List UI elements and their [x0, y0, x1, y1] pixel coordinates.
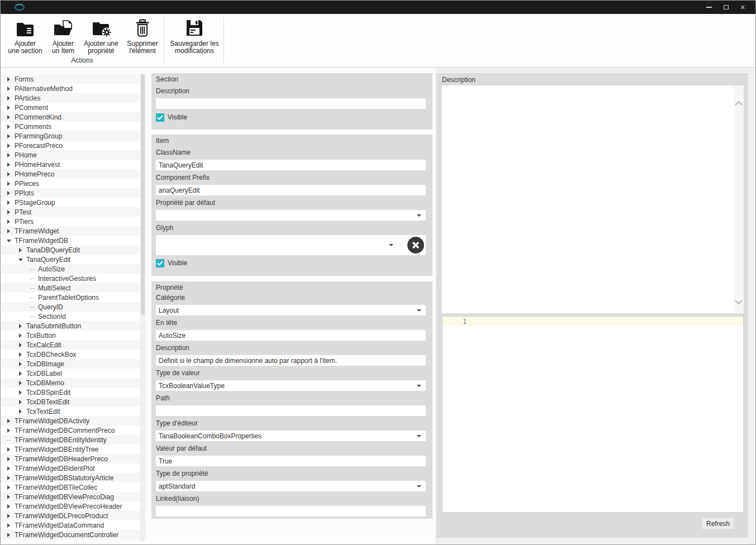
tree-collapsed-arrow-icon[interactable]	[6, 484, 13, 491]
default-property-dropdown[interactable]	[156, 210, 426, 221]
tree-collapsed-arrow-icon[interactable]	[6, 446, 13, 453]
default-value-input[interactable]	[156, 456, 426, 466]
tree-item-TFrameWidgetDBViewPrecoDiag[interactable]: TFrameWidgetDBViewPrecoDiag	[1, 492, 140, 501]
property-type-dropdown[interactable]: aptStandard	[156, 481, 426, 491]
tree-item-TcxButton[interactable]: TcxButton	[1, 331, 140, 340]
tree-item-TcxDBCheckBox[interactable]: TcxDBCheckBox	[1, 350, 140, 359]
tree-collapsed-arrow-icon[interactable]	[18, 247, 25, 254]
tree-item-PHomeHarvest[interactable]: PHomeHarvest	[1, 160, 140, 169]
save-changes-button[interactable]: Sauvegarder les modifications	[167, 16, 222, 55]
tree-item-TcxDBLabel[interactable]: TcxDBLabel	[1, 369, 140, 378]
tree-collapsed-arrow-icon[interactable]	[6, 104, 13, 111]
tree-item-PComments[interactable]: PComments	[1, 122, 140, 131]
code-editor[interactable]: 1	[442, 316, 744, 513]
tree-item-TFrameWidgetDBTileCollec[interactable]: TFrameWidgetDBTileCollec	[1, 482, 140, 492]
tree-expanded-arrow-icon[interactable]	[18, 256, 25, 263]
section-visible-checkbox[interactable]: Visible	[156, 113, 187, 122]
classname-input[interactable]	[156, 160, 426, 170]
tree-expanded-arrow-icon[interactable]	[6, 237, 13, 244]
tree-collapsed-arrow-icon[interactable]	[18, 361, 25, 367]
add-section-button[interactable]: Ajouter une section	[4, 16, 46, 55]
tree-item-TFrameWidgetDB[interactable]: TFrameWidgetDB	[1, 236, 140, 245]
item-visible-checkbox[interactable]: Visible	[156, 259, 187, 267]
tree-collapsed-arrow-icon[interactable]	[18, 380, 25, 386]
component-prefix-input[interactable]	[156, 185, 426, 195]
tree-collapsed-arrow-icon[interactable]	[6, 133, 13, 140]
tree-collapsed-arrow-icon[interactable]	[6, 475, 13, 481]
textarea-scrollbar[interactable]	[734, 85, 744, 313]
tree-collapsed-arrow-icon[interactable]	[6, 95, 13, 102]
tree-item-PCommentKind[interactable]: PCommentKind	[1, 112, 140, 122]
tree-item-TFrameWidgetDBEntityTree[interactable]: TFrameWidgetDBEntityTree	[1, 444, 140, 454]
tree-item-Forms[interactable]: Forms	[1, 74, 140, 84]
tree-item-PForecastPreco[interactable]: PForecastPreco	[1, 141, 140, 150]
tree-item-TanaDBQueryEdit[interactable]: TanaDBQueryEdit	[1, 245, 140, 255]
editor-type-dropdown[interactable]: TanaBooleanComboBoxProperties	[156, 431, 426, 441]
add-item-button[interactable]: Ajouter un Item	[47, 16, 79, 55]
tree-item-TFrameWidgetDBHeaderPreco[interactable]: TFrameWidgetDBHeaderPreco	[1, 454, 140, 463]
tree-item-PTiers[interactable]: PTiers	[1, 217, 140, 226]
category-dropdown[interactable]: Layout	[156, 305, 426, 315]
tree-item-ParentTabletOptions[interactable]: ParentTabletOptions	[1, 293, 140, 302]
refresh-button[interactable]: Refresh	[702, 518, 734, 529]
maximize-button[interactable]	[717, 1, 734, 14]
clear-glyph-button[interactable]	[407, 237, 424, 254]
tree-collapsed-arrow-icon[interactable]	[6, 218, 13, 225]
tree-collapsed-arrow-icon[interactable]	[6, 418, 13, 424]
tree-collapsed-arrow-icon[interactable]	[6, 152, 13, 159]
tree-collapsed-arrow-icon[interactable]	[18, 389, 25, 396]
tree-scrollbar[interactable]	[140, 74, 145, 541]
tree-item-TcxTextEdit[interactable]: TcxTextEdit	[1, 407, 140, 416]
right-description-textarea[interactable]	[442, 85, 744, 313]
value-type-dropdown[interactable]: TcxBooleanValueType	[156, 380, 426, 391]
tree-collapsed-arrow-icon[interactable]	[6, 427, 13, 434]
tree-item-TFrameWidgetDBIdentPlot[interactable]: TFrameWidgetDBIdentPlot	[1, 463, 140, 473]
tree-item-TFrameWidgetDBEntityIdentity[interactable]: TFrameWidgetDBEntityIdentity	[1, 435, 140, 444]
tree-collapsed-arrow-icon[interactable]	[6, 465, 13, 472]
tree-item-TcxDBMemo[interactable]: TcxDBMemo	[1, 378, 140, 388]
tree-collapsed-arrow-icon[interactable]	[18, 342, 25, 348]
tree-item-TFrameWidgetDBStatutoryArticle[interactable]: TFrameWidgetDBStatutoryArticle	[1, 473, 140, 482]
tree-item-TanaSubmitButton[interactable]: TanaSubmitButton	[1, 321, 140, 331]
tree-item-PTest[interactable]: PTest	[1, 207, 140, 217]
tree-item-TFrameWidgetDBCommentPreco[interactable]: TFrameWidgetDBCommentPreco	[1, 426, 140, 435]
tree-item-TcxDBSpinEdit[interactable]: TcxDBSpinEdit	[1, 388, 140, 397]
tree-collapsed-arrow-icon[interactable]	[6, 199, 13, 206]
tree-item-TFrameWidgetDBActivity[interactable]: TFrameWidgetDBActivity	[1, 416, 140, 426]
tree-collapsed-arrow-icon[interactable]	[6, 123, 13, 130]
header-input[interactable]	[156, 330, 426, 341]
tree-item-PComment[interactable]: PComment	[1, 103, 140, 112]
tree-collapsed-arrow-icon[interactable]	[6, 513, 13, 519]
tree-collapsed-arrow-icon[interactable]	[18, 332, 25, 339]
tree-item-AutoSize[interactable]: AutoSize	[1, 264, 140, 274]
tree-collapsed-arrow-icon[interactable]	[6, 142, 13, 149]
tree-scrollbar-thumb[interactable]	[141, 74, 145, 314]
tree-item-TanaQueryEdit[interactable]: TanaQueryEdit	[1, 255, 140, 264]
tree-item-TcxCalcEdit[interactable]: TcxCalcEdit	[1, 340, 140, 350]
tree-item-InteractiveGestures[interactable]: InteractiveGestures	[1, 274, 140, 283]
tree-collapsed-arrow-icon[interactable]	[18, 408, 25, 415]
linked-input[interactable]	[156, 506, 426, 517]
tree-item-PFarmingGroup[interactable]: PFarmingGroup	[1, 131, 140, 141]
path-input[interactable]	[156, 405, 426, 416]
tree-collapsed-arrow-icon[interactable]	[6, 85, 13, 92]
tree-item-PStageGroup[interactable]: PStageGroup	[1, 198, 140, 207]
tree-collapsed-arrow-icon[interactable]	[18, 370, 25, 377]
description-input[interactable]	[156, 355, 426, 366]
tree-item-SectionId[interactable]: SectionId	[1, 312, 140, 321]
tree-collapsed-arrow-icon[interactable]	[6, 532, 13, 538]
scroll-down-icon[interactable]	[735, 297, 743, 307]
tree-item-PHome[interactable]: PHome	[1, 150, 140, 160]
close-button[interactable]: ✕	[734, 1, 751, 14]
tree-collapsed-arrow-icon[interactable]	[18, 351, 25, 358]
minimize-button[interactable]	[701, 1, 717, 14]
tree-collapsed-arrow-icon[interactable]	[6, 522, 13, 529]
add-property-button[interactable]: Ajouter une propriété	[80, 16, 122, 55]
tree-item-TFrameWidgetDLPrecoProduct[interactable]: TFrameWidgetDLPrecoProduct	[1, 511, 140, 520]
tree-item-PPieces[interactable]: PPieces	[1, 179, 140, 188]
scroll-up-icon[interactable]	[735, 98, 743, 108]
tree-collapsed-arrow-icon[interactable]	[6, 114, 13, 121]
tree-item-TcxDBImage[interactable]: TcxDBImage	[1, 359, 140, 369]
tree-collapsed-arrow-icon[interactable]	[6, 161, 13, 168]
glyph-dropdown[interactable]	[156, 235, 426, 255]
